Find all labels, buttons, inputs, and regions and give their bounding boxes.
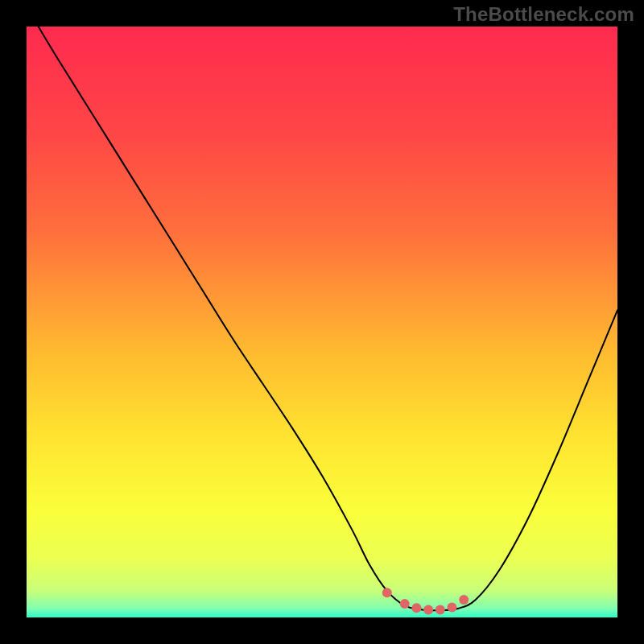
chart-frame: TheBottleneck.com bbox=[0, 0, 644, 644]
gradient-background bbox=[27, 27, 617, 617]
bottleneck-chart bbox=[0, 0, 644, 644]
optimal-marker bbox=[447, 603, 456, 613]
optimal-marker bbox=[411, 603, 421, 613]
optimal-marker bbox=[436, 605, 445, 614]
optimal-marker bbox=[459, 595, 469, 605]
optimal-marker bbox=[423, 605, 433, 614]
optimal-marker bbox=[400, 599, 410, 609]
watermark-text: TheBottleneck.com bbox=[453, 3, 634, 26]
optimal-marker bbox=[382, 588, 392, 597]
